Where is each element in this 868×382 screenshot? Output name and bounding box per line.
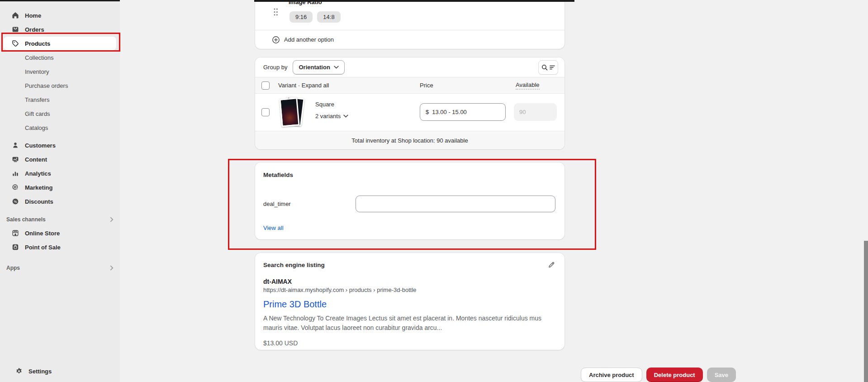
store-icon	[12, 229, 19, 237]
analytics-icon	[12, 170, 19, 177]
variant-row-checkbox[interactable]	[261, 108, 270, 116]
vertical-scrollbar-thumb[interactable]	[864, 241, 868, 382]
sidebar-section-label: Sales channels	[6, 216, 46, 223]
seo-site-name: dt-AIMAX	[263, 278, 556, 285]
sidebar-section-apps[interactable]: Apps	[4, 262, 116, 274]
variant-row: Square 2 variants $ 13.00 - 15.00 90	[255, 94, 564, 131]
variants-card: Group by Orientation Variant · Expand al…	[255, 57, 564, 149]
sidebar-section-sales-channels[interactable]: Sales channels	[4, 214, 116, 225]
available-input-disabled: 90	[514, 103, 557, 121]
drag-handle-icon[interactable]	[273, 8, 278, 18]
sidebar-item-label: Online Store	[25, 230, 60, 237]
save-button[interactable]: Save	[707, 368, 736, 382]
sidebar-item-label: Products	[25, 40, 50, 47]
seo-page-title-link[interactable]: Prime 3D Bottle	[263, 299, 327, 310]
chevron-down-icon	[343, 115, 348, 118]
metafield-row: deal_timer	[263, 196, 556, 212]
chevron-right-icon	[110, 265, 114, 271]
pencil-icon	[548, 261, 555, 268]
sidebar-item-label: Purchase orders	[25, 82, 68, 89]
variant-count-label: 2 variants	[315, 113, 341, 119]
currency-prefix: $	[426, 109, 429, 115]
available-column-header[interactable]: Available	[516, 81, 540, 90]
variant-thumbnail[interactable]	[279, 96, 307, 129]
svg-text:%: %	[14, 200, 17, 204]
seo-price: $13.00 USD	[263, 339, 556, 347]
products-icon	[12, 40, 19, 48]
sidebar-item-settings[interactable]: Settings	[7, 364, 113, 378]
option-value-chip[interactable]: 9:16	[289, 11, 313, 23]
sidebar-item-label: Settings	[28, 368, 52, 375]
sidebar-item-analytics[interactable]: Analytics	[4, 167, 116, 180]
group-by-value: Orientation	[299, 64, 330, 71]
sidebar-item-label: Collections	[25, 54, 54, 61]
sidebar-item-label: Marketing	[25, 184, 52, 191]
sidebar-item-catalogs[interactable]: Catalogs	[4, 121, 116, 134]
sidebar-nav: HomeOrdersProductsCollectionsInventoryPu…	[0, 1, 120, 382]
sidebar-item-label: Catalogs	[25, 124, 48, 131]
chevron-down-icon	[334, 66, 339, 69]
sidebar-item-label: Transfers	[25, 96, 49, 103]
sidebar-item-label: Orders	[25, 26, 44, 33]
customers-icon	[12, 142, 19, 149]
sidebar-item-label: Home	[25, 12, 41, 19]
metafield-value-input[interactable]	[356, 196, 555, 212]
variant-thumbnail-front-image	[279, 97, 299, 127]
sidebar-item-label: Inventory	[25, 68, 49, 75]
page-footer-actions: Archive product Delete product Save	[581, 368, 736, 382]
pos-icon	[12, 244, 19, 251]
archive-product-button[interactable]: Archive product	[581, 368, 642, 382]
sidebar-section-label: Apps	[6, 265, 20, 271]
sidebar-item-purchase-orders[interactable]: Purchase orders	[4, 79, 116, 92]
sidebar-item-collections[interactable]: Collections	[4, 51, 116, 64]
metafields-card: Metafields deal_timer View all	[255, 162, 564, 239]
discounts-icon: %	[12, 198, 19, 205]
sidebar-item-transfers[interactable]: Transfers	[4, 93, 116, 106]
total-inventory-note: Total inventory at Shop location: 90 ava…	[351, 137, 468, 144]
variant-group-name: Square	[315, 101, 334, 108]
view-all-metafields-link[interactable]: View all	[263, 224, 284, 231]
sidebar-item-orders[interactable]: Orders	[4, 23, 116, 36]
total-inventory-row: Total inventory at Shop location: 90 ava…	[255, 131, 564, 149]
add-another-option-label: Add another option	[284, 36, 334, 43]
seo-card: Search engine listing dt-AIMAX https://d…	[255, 253, 564, 350]
marketing-icon	[12, 184, 19, 191]
sidebar-item-gift-cards[interactable]: Gift cards	[4, 107, 116, 120]
sort-lines-icon	[550, 65, 555, 70]
sidebar-item-discounts[interactable]: %Discounts	[4, 195, 116, 208]
sidebar-spacer	[0, 135, 120, 138]
sidebar-item-home[interactable]: Home	[4, 9, 116, 22]
option-name-label-clipped: Image Ratio	[289, 2, 322, 6]
sidebar-item-customers[interactable]: Customers	[4, 138, 116, 152]
price-range-input[interactable]: $ 13.00 - 15.00	[420, 103, 506, 121]
group-by-row: Group by Orientation	[255, 57, 564, 77]
variant-expand-all-header[interactable]: Variant · Expand all	[278, 82, 329, 89]
sidebar-item-label: Discounts	[25, 198, 53, 205]
group-by-label: Group by	[263, 64, 287, 71]
sidebar-item-products[interactable]: Products	[4, 37, 116, 50]
sidebar-item-marketing[interactable]: Marketing	[4, 181, 116, 194]
sidebar-item-online-store[interactable]: Online Store	[4, 226, 116, 240]
option-value-chip[interactable]: 14:8	[317, 11, 340, 23]
gear-icon	[15, 368, 23, 375]
sidebar-item-content[interactable]: Content	[4, 153, 116, 166]
variant-count-toggle[interactable]: 2 variants	[315, 113, 348, 119]
chevron-right-icon	[110, 217, 114, 222]
metafield-key-label: deal_timer	[263, 201, 291, 207]
sidebar-item-label: Gift cards	[25, 110, 50, 117]
available-value: 90	[519, 109, 526, 115]
edit-seo-button[interactable]	[547, 260, 556, 269]
sidebar-item-label: Content	[25, 156, 47, 163]
delete-product-button[interactable]: Delete product	[646, 368, 703, 382]
add-another-option-button[interactable]: Add another option	[255, 30, 564, 49]
search-and-sort-button[interactable]	[538, 60, 558, 75]
select-all-checkbox[interactable]	[261, 81, 270, 90]
sidebar-item-inventory[interactable]: Inventory	[4, 65, 116, 78]
option-editor-card: Image Ratio 9:1614:8 Add another option	[255, 2, 564, 49]
group-by-select[interactable]: Orientation	[293, 60, 344, 75]
sidebar-item-point-of-sale[interactable]: Point of Sale	[4, 240, 116, 254]
price-column-header: Price	[420, 82, 433, 89]
price-value: 13.00 - 15.00	[432, 109, 467, 115]
home-icon	[12, 12, 19, 19]
content-icon	[12, 156, 19, 163]
